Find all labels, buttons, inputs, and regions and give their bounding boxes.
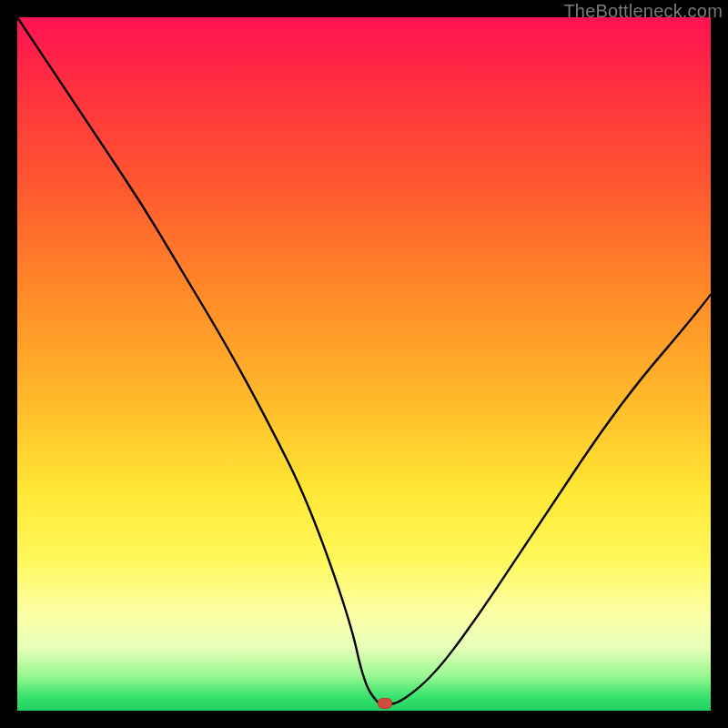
watermark-text: TheBottleneck.com [563, 1, 723, 22]
plot-area [17, 17, 711, 711]
chart-frame: TheBottleneck.com [0, 0, 728, 728]
bottleneck-curve [17, 17, 711, 711]
minimum-marker [378, 698, 392, 709]
curve-path [17, 17, 711, 703]
